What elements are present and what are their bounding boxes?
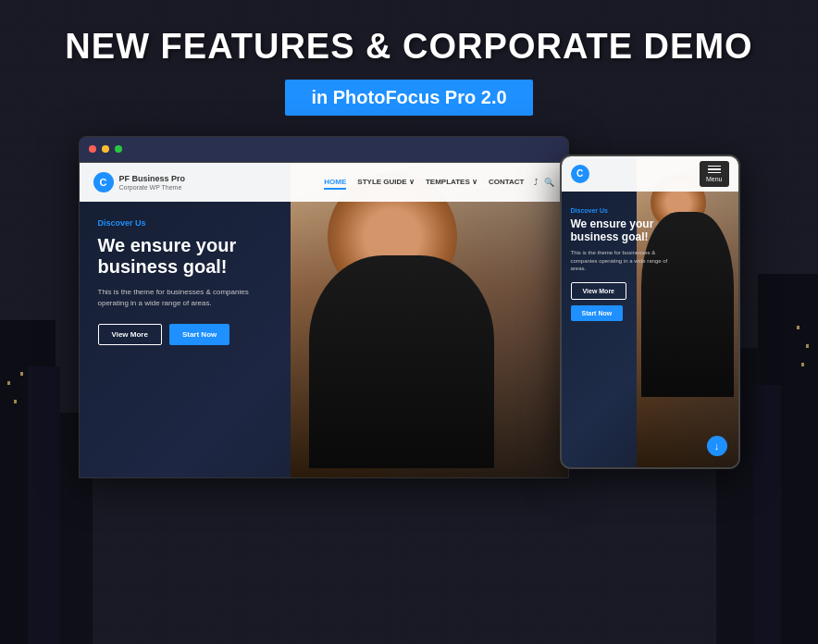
nav-link-style[interactable]: STYLE GUIDE ∨ bbox=[357, 178, 415, 186]
page-wrapper: NEW FEATURES & CORPORATE DEMO in PhotoFo… bbox=[0, 0, 818, 644]
hero-subtext: This is the theme for businesses & compa… bbox=[98, 287, 265, 309]
mockups-wrapper: C PF Business Pro Corporate WP Theme HOM… bbox=[0, 136, 818, 478]
hero-person-desktop bbox=[291, 163, 568, 477]
mockup-titlebar bbox=[80, 137, 568, 163]
dot-red bbox=[89, 145, 96, 153]
desktop-nav: C PF Business Pro Corporate WP Theme HOM… bbox=[80, 163, 568, 202]
mobile-start-now-button[interactable]: Start Now bbox=[571, 305, 624, 321]
desktop-mockup: C PF Business Pro Corporate WP Theme HOM… bbox=[79, 136, 569, 478]
nav-links: HOME STYLE GUIDE ∨ TEMPLATES ∨ CONTACT bbox=[324, 178, 524, 186]
nav-logo: C PF Business Pro Corporate WP Theme bbox=[93, 172, 186, 192]
dot-green bbox=[115, 145, 122, 153]
mobile-inner: C Menu Discover Us We ensure your busine… bbox=[562, 156, 738, 467]
mobile-nav: C Menu bbox=[562, 156, 738, 192]
search-icon[interactable]: 🔍 bbox=[544, 178, 554, 187]
nav-icons: ⤴ 🔍 bbox=[534, 178, 554, 187]
dot-yellow bbox=[102, 145, 109, 153]
brand-name: PF Business Pro bbox=[119, 174, 186, 184]
hero-headline: We ensure your business goal! bbox=[98, 235, 265, 278]
mobile-subtext: This is the theme for businesses & compa… bbox=[571, 249, 677, 272]
hero-buttons: View More Start Now bbox=[98, 324, 265, 345]
nav-link-home[interactable]: HOME bbox=[324, 178, 346, 186]
share-icon[interactable]: ⤴ bbox=[534, 178, 539, 187]
mobile-discover-label: Discover Us bbox=[571, 207, 677, 214]
brand-sub: Corporate WP Theme bbox=[119, 184, 186, 191]
start-now-button[interactable]: Start Now bbox=[169, 324, 229, 345]
mobile-view-more-button[interactable]: View More bbox=[571, 282, 627, 300]
desktop-inner: C PF Business Pro Corporate WP Theme HOM… bbox=[80, 163, 568, 477]
main-title: NEW FEATURES & CORPORATE DEMO bbox=[0, 28, 818, 67]
mobile-menu-button[interactable]: Menu bbox=[700, 161, 729, 188]
mobile-hero-content: Discover Us We ensure your business goal… bbox=[571, 207, 677, 321]
nav-link-templates[interactable]: TEMPLATES ∨ bbox=[426, 178, 477, 186]
mobile-logo-icon: C bbox=[571, 165, 589, 183]
subtitle-badge: in PhotoFocus Pro 2.0 bbox=[285, 80, 532, 116]
discover-label: Discover Us bbox=[98, 218, 265, 228]
desktop-hero-content: Discover Us We ensure your business goal… bbox=[98, 218, 265, 345]
menu-label: Menu bbox=[706, 176, 723, 182]
view-more-button[interactable]: View More bbox=[98, 324, 162, 345]
logo-icon: C bbox=[93, 172, 114, 192]
mobile-headline: We ensure your business goal! bbox=[571, 218, 677, 244]
nav-link-contact[interactable]: CONTACT bbox=[489, 178, 525, 186]
header-section: NEW FEATURES & CORPORATE DEMO in PhotoFo… bbox=[0, 0, 818, 116]
mobile-mockup: C Menu Discover Us We ensure your busine… bbox=[560, 155, 740, 469]
scroll-down-button[interactable]: ↓ bbox=[707, 436, 727, 456]
